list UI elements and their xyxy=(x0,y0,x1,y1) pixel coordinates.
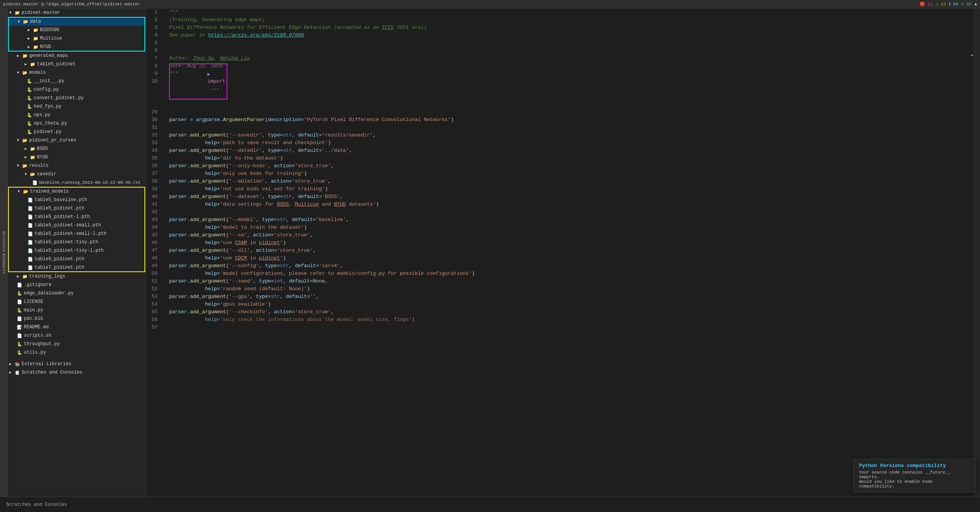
sidebar-item-table5_pidinet.pth[interactable]: 📄 table5_pidinet.pth xyxy=(8,204,145,213)
sidebar-item-table5_pidinet-l.pth[interactable]: 📄 table5_pidinet-l.pth xyxy=(8,213,145,221)
folder-icon: 📁 xyxy=(30,155,35,160)
code-line-38: parser.add_argument('--ablation', action… xyxy=(169,178,968,185)
sidebar-item-label: table5_pidinet-small-l.pth xyxy=(35,231,106,236)
folder-open-icon: 📂 xyxy=(22,70,28,75)
sidebar-item-pidinet-py[interactable]: 🐍 pidinet.py xyxy=(8,128,146,136)
info-count: ℹ 89 xyxy=(949,2,958,7)
sidebar-item-LICENSE[interactable]: 📄 LICENSE xyxy=(8,298,146,306)
sidebar-item-label: training_logs xyxy=(29,274,65,279)
sidebar-item-label: utils.py xyxy=(24,350,46,355)
scratches-label[interactable]: Scratches and Consoles xyxy=(6,502,67,507)
sidebar-item-NYUD[interactable]: ▶ 📁 NYUD xyxy=(8,43,145,51)
code-line-gap3 xyxy=(169,101,968,108)
sidebar-item-pdc-bib[interactable]: 📄 pdc.bib xyxy=(8,314,146,323)
bottom-panel: Scratches and Consoles xyxy=(0,497,980,512)
sidebar-item-label: table5_pidinet-tiny.pth xyxy=(35,239,98,245)
file-icon: 📄 xyxy=(28,206,33,211)
sidebar-item-table5_baseline.pth[interactable]: 📄 table5_baseline.pth xyxy=(8,196,145,204)
sidebar-item-pidinet-master[interactable]: ▼ 📁 pidinet-master xyxy=(8,8,146,17)
sidebar-item-training_logs[interactable]: ▶ 📁 training_logs xyxy=(8,272,146,281)
sidebar-item-ops_theta-py[interactable]: 🐍 ops_theta.py xyxy=(8,119,146,128)
chevron-up-icon[interactable]: ▲ xyxy=(974,2,977,7)
sidebar-item-Multicue[interactable]: ▶ 📁 Multicue xyxy=(8,34,145,43)
code-line-34: parser.add_argument('--datadir', type=st… xyxy=(169,147,968,155)
bookmarks-tab[interactable]: Bookmarks xyxy=(2,253,6,274)
sidebar-item-table5_pidinet-small.pth[interactable]: 📄 table5_pidinet-small.pth xyxy=(8,221,145,229)
sidebar-item-trained_models[interactable]: ▼ 📂 trained_models xyxy=(8,187,145,196)
code-line-4: See paper in https://arxiv.org/abs/2108.… xyxy=(169,32,968,39)
error-count: 🔴 11 xyxy=(920,2,933,7)
sidebar-item-convert_pidinet-py[interactable]: 🐍 convert_pidinet.py xyxy=(8,94,146,102)
sidebar-item-BSDS500[interactable]: ▶ 📁 BSDS500 xyxy=(8,26,145,34)
sidebar-item-NYUD-pr[interactable]: ▶ 📁 NYUD xyxy=(8,153,146,161)
sidebar-item-table5_pidinet[interactable]: ▶ 📁 table5_pidinet xyxy=(8,60,146,68)
sidebar-item-results[interactable]: ▼ 📂 results xyxy=(8,161,146,170)
sidebar-item-hed_fps-py[interactable]: 🐍 hed_fps.py xyxy=(8,102,146,111)
python-file-icon: 🐍 xyxy=(27,113,32,118)
sidebar-item-label: table5_pidinet.pth xyxy=(35,206,85,211)
sidebar-item-table7_pidinet.pth[interactable]: 📄 table7_pidinet.pth xyxy=(8,263,145,272)
sidebar-item-utils-py[interactable]: 🐍 utils.py xyxy=(8,348,146,357)
chevron-down-icon: ▼ xyxy=(18,190,22,194)
code-line-6 xyxy=(169,47,968,55)
sidebar-item-external-libraries[interactable]: ▶ 📚 External Libraries xyxy=(8,360,146,368)
sidebar-item-data[interactable]: ▼ 📂 data xyxy=(8,17,145,26)
code-line-33: help='path to save result and checkpoint… xyxy=(169,139,968,147)
code-line-3: Pixel Difference Networks for Efficient … xyxy=(169,24,968,32)
code-content[interactable]: """ (Training, Generating edge maps) Pix… xyxy=(165,8,968,497)
sidebar-item-ops-py[interactable]: 🐍 ops.py xyxy=(8,111,146,119)
code-line-31 xyxy=(169,124,968,131)
file-icon: 📄 xyxy=(28,257,33,262)
sidebar-item-gitignore[interactable]: 📄 .gitignore xyxy=(8,281,146,289)
sidebar-item-table5_pidinet-tiny.pth[interactable]: 📄 table5_pidinet-tiny.pth xyxy=(8,238,145,246)
sidebar-item-label: table5_baseline.pth xyxy=(35,197,87,203)
sidebar-item-label: pdc.bib xyxy=(24,316,43,321)
sidebar-item-table6_pidinet.pth[interactable]: 📄 table6_pidinet.pth xyxy=(8,255,145,263)
chevron-down-icon: ▼ xyxy=(18,20,22,24)
sidebar-item-scripts-sh[interactable]: 📄 scripts.sh xyxy=(8,331,146,340)
sidebar-item-config-py[interactable]: 🐍 config.py xyxy=(8,85,146,94)
code-line-29 xyxy=(169,108,968,116)
sidebar-item-table5_pidinet-tiny-l.pth[interactable]: 📄 table5_pidinet-tiny-l.pth xyxy=(8,246,145,255)
folder-icon: 📁 xyxy=(22,53,28,58)
sidebar-item-scratches[interactable]: ▶ 📋 Scratches and Consoles xyxy=(8,368,146,377)
sidebar-item-models[interactable]: ▼ 📂 models xyxy=(8,68,146,77)
sidebar-item-edge_dataloader-py[interactable]: 🐍 edge_dataloader.py xyxy=(8,289,146,298)
sidebar-item-BSDS-pr[interactable]: ▶ 📁 BSDS xyxy=(8,145,146,153)
code-line-41: help='data settings for BSDS, Multicue a… xyxy=(169,201,968,208)
sidebar-item-label: table5_pidinet-l.pth xyxy=(35,214,90,219)
code-line-50: help='model configurations, please refer… xyxy=(169,270,968,278)
sidebar-item-throughput-py[interactable]: 🐍 throughput.py xyxy=(8,340,146,348)
folder-open-icon: 📂 xyxy=(22,138,28,143)
sidebar-item-label: __init__.py xyxy=(34,78,64,84)
python-file-icon: 🐍 xyxy=(27,79,32,84)
chevron-down-icon: ▼ xyxy=(17,138,22,143)
sidebar-item-label: data xyxy=(30,19,41,24)
code-line-39: help='not use bsds val set for training'… xyxy=(169,185,968,193)
sidebar-item-baseline_running[interactable]: 📄 baseline_running_2023-09-19-22-08-49.t… xyxy=(8,178,146,187)
code-line-10: ▶ import ... xyxy=(169,78,968,85)
structure-tab[interactable]: Structure xyxy=(2,231,6,252)
chevron-down-icon: ▼ xyxy=(17,71,22,75)
python-file-icon: 🐍 xyxy=(27,121,32,126)
notification-popup[interactable]: Python Versions compatibility Your sourc… xyxy=(853,459,976,493)
sidebar-item-table5_pidinet-small-l.pth[interactable]: 📄 table5_pidinet-small-l.pth xyxy=(8,229,145,238)
sidebar-item-savedir[interactable]: ▼ 📂 savedir xyxy=(8,170,146,178)
sidebar-item-init-py[interactable]: 🐍 __init__.py xyxy=(8,77,146,85)
sidebar-item-generated_maps[interactable]: ▶ 📁 generated_maps xyxy=(8,52,146,60)
python-file-icon: 🐍 xyxy=(17,350,22,355)
sidebar-item-pidinet_pr_curves[interactable]: ▼ 📂 pidinet_pr_curves xyxy=(8,136,146,145)
chevron-right-icon: ▶ xyxy=(25,155,29,160)
code-line-51: parser.add_argument('--seed', type=int, … xyxy=(169,278,968,285)
file-icon: 📄 xyxy=(28,240,33,245)
notification-line2: Would you like to enable Code compatibil… xyxy=(859,479,970,489)
sidebar-item-label: pidinet-master xyxy=(22,10,60,15)
sidebar-item-main-py[interactable]: 🐍 main.py xyxy=(8,306,146,314)
data-group: ▼ 📂 data ▶ 📁 BSDS500 ▶ 📁 Multicue ▶ 📁 NY… xyxy=(8,17,145,51)
code-line-2: (Training, Generating edge maps) xyxy=(169,16,968,24)
chevron-right-icon: ▶ xyxy=(9,370,14,375)
code-line-36: parser.add_argument('--only-bsds', actio… xyxy=(169,162,968,170)
window-title: pidinet-master Q:\Edge_Algorithm_offset\… xyxy=(3,2,140,7)
code-line-1: """ xyxy=(169,8,968,16)
sidebar-item-README[interactable]: 📝 README.md xyxy=(8,323,146,331)
